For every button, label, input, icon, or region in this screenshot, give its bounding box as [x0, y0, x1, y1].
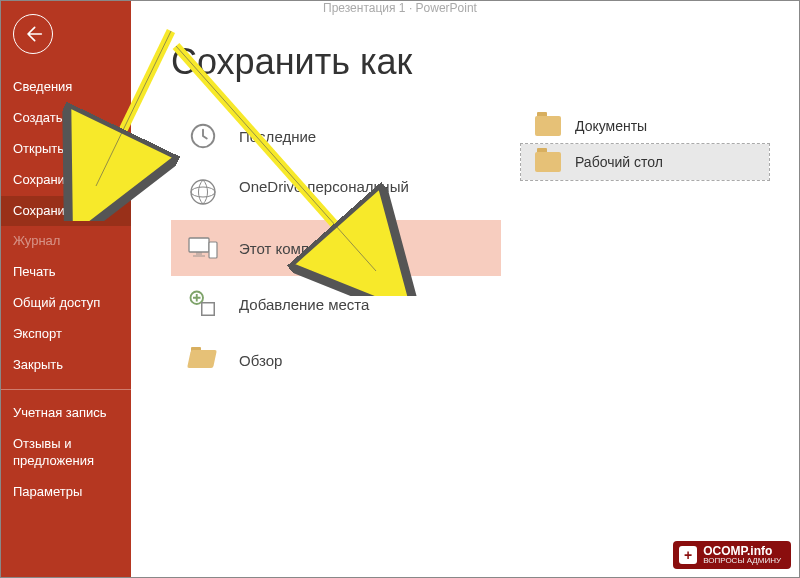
sidebar-item-save-as[interactable]: Сохранить как [1, 196, 131, 227]
app-name: PowerPoint [416, 1, 477, 15]
locations-column: Последние OneDrive-персональный [171, 108, 501, 388]
folder-documents[interactable]: Документы [521, 108, 769, 144]
svg-point-2 [191, 187, 215, 197]
svg-point-1 [191, 180, 215, 204]
page-title: Сохранить как [171, 41, 799, 83]
sidebar-label: Отзывы и предложения [13, 436, 94, 468]
sidebar-item-open[interactable]: Открыть [1, 134, 131, 165]
sidebar-label: Параметры [13, 484, 82, 499]
location-label: Обзор [239, 352, 487, 369]
backstage-sidebar: Сведения Создать Открыть Сохранить Сохра… [1, 1, 131, 577]
location-recent[interactable]: Последние [171, 108, 501, 164]
svg-rect-8 [202, 303, 215, 316]
sidebar-label: Печать [13, 264, 56, 279]
folder-desktop[interactable]: Рабочий стол [521, 144, 769, 180]
folder-icon [535, 152, 561, 172]
onedrive-icon [185, 174, 221, 210]
sidebar-item-share[interactable]: Общий доступ [1, 288, 131, 319]
location-label: Добавление места [239, 296, 487, 313]
location-label: Этот компьютер [239, 240, 487, 257]
sidebar-item-close[interactable]: Закрыть [1, 350, 131, 381]
watermark-tagline: ВОПРОСЫ АДМИНУ [703, 557, 781, 565]
svg-rect-6 [209, 242, 217, 258]
sidebar-separator [1, 389, 131, 390]
clock-icon [185, 118, 221, 154]
sidebar-item-history: Журнал [1, 226, 131, 257]
folder-label: Документы [575, 118, 647, 134]
location-add-place[interactable]: Добавление места [171, 276, 501, 332]
doc-title: Презентация 1 [323, 1, 406, 15]
location-label: OneDrive-персональный [239, 178, 409, 195]
sidebar-label: Общий доступ [13, 295, 100, 310]
sidebar-item-info[interactable]: Сведения [1, 72, 131, 103]
location-sublabel [239, 195, 409, 206]
sidebar-label: Сведения [13, 79, 72, 94]
sidebar-item-new[interactable]: Создать [1, 103, 131, 134]
add-place-icon [185, 286, 221, 322]
sidebar-item-export[interactable]: Экспорт [1, 319, 131, 350]
main-panel: Сохранить как Последние OneDrive-п [131, 21, 799, 577]
back-button[interactable] [13, 14, 53, 54]
location-label: Последние [239, 128, 487, 145]
sidebar-label: Открыть [13, 141, 64, 156]
sidebar-item-print[interactable]: Печать [1, 257, 131, 288]
folder-icon [535, 116, 561, 136]
sidebar-label: Учетная запись [13, 405, 107, 420]
svg-rect-3 [189, 238, 209, 252]
svg-rect-4 [196, 252, 202, 255]
folder-label: Рабочий стол [575, 154, 663, 170]
pc-icon [185, 230, 221, 266]
sidebar-item-options[interactable]: Параметры [1, 477, 131, 508]
sidebar-label: Журнал [13, 233, 60, 248]
sidebar-label: Сохранить как [13, 203, 100, 218]
sidebar-label: Экспорт [13, 326, 62, 341]
location-browse[interactable]: Обзор [171, 332, 501, 388]
location-onedrive[interactable]: OneDrive-персональный [171, 164, 501, 220]
sidebar-item-account[interactable]: Учетная запись [1, 398, 131, 429]
sidebar-label: Закрыть [13, 357, 63, 372]
sidebar-item-save[interactable]: Сохранить [1, 165, 131, 196]
watermark: + OCOMP.info ВОПРОСЫ АДМИНУ [673, 541, 791, 569]
location-this-pc[interactable]: Этот компьютер [171, 220, 501, 276]
sidebar-label: Сохранить [13, 172, 78, 187]
plus-icon: + [679, 546, 697, 564]
sidebar-label: Создать [13, 110, 62, 125]
svg-rect-5 [193, 255, 205, 257]
arrow-left-icon [23, 24, 43, 44]
sidebar-item-feedback[interactable]: Отзывы и предложения [1, 429, 131, 477]
folders-column: Документы Рабочий стол [521, 108, 799, 388]
folder-open-icon [185, 342, 221, 378]
